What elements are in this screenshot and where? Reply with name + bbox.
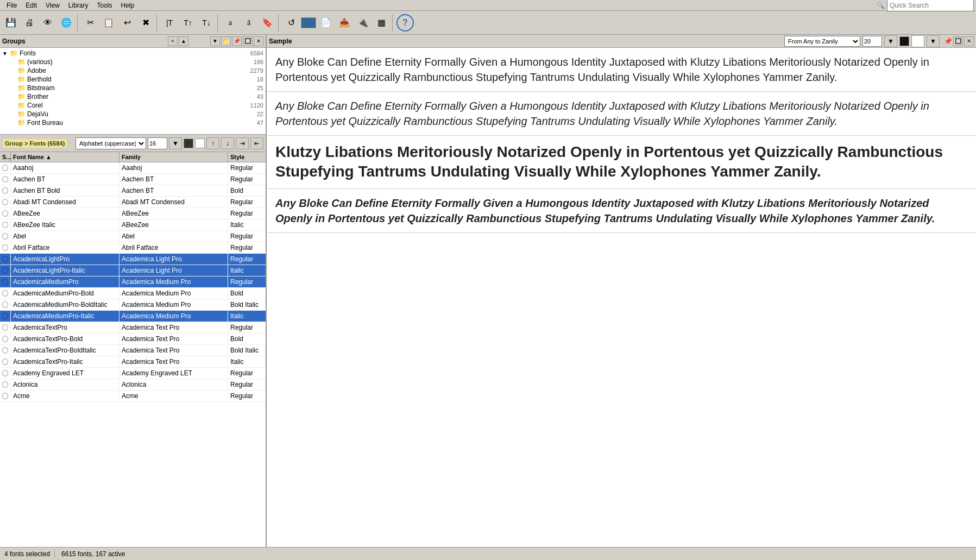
font-checkbox[interactable] (0, 219, 11, 230)
font-checkbox[interactable] (0, 311, 11, 322)
sample-bg-btn[interactable] (911, 35, 924, 47)
outdent-button[interactable]: ⇤ (250, 137, 263, 149)
save-button[interactable]: 💾 (2, 14, 20, 32)
help-button[interactable]: ? (396, 14, 414, 32)
font-row[interactable]: Aachen BT Bold Aachen BT Bold (0, 185, 266, 197)
font-checkbox[interactable] (0, 299, 11, 310)
text-down-button[interactable]: T↓ (198, 14, 215, 32)
delete-button[interactable]: ✖ (137, 14, 154, 32)
header-family[interactable]: Family (119, 152, 228, 162)
font-checkbox[interactable] (0, 197, 11, 207)
font-checkbox[interactable] (0, 322, 11, 333)
plugin-button[interactable]: 🔌 (354, 14, 371, 32)
font-checkbox[interactable] (0, 276, 11, 287)
tree-item-font-bureau[interactable]: 📁 Font Bureau 47 (1, 118, 265, 127)
font-row[interactable]: AcademicaMediumPro-BoldItalic Academica … (0, 299, 266, 311)
font-row[interactable]: Abril Fatface Abril Fatface Regular (0, 242, 266, 254)
color-swatch-button[interactable] (184, 139, 193, 148)
indent-button[interactable]: ⇥ (236, 137, 249, 149)
menu-edit[interactable]: Edit (21, 1, 41, 10)
groups-collapse-button[interactable]: ▼ (210, 36, 220, 46)
font-checkbox[interactable] (0, 242, 11, 253)
cut-button[interactable]: ✂ (81, 14, 99, 32)
font-row[interactable]: Abadi MT Condensed Abadi MT Condensed Re… (0, 197, 266, 208)
font-row[interactable]: Abel Abel Regular (0, 231, 266, 242)
export-button[interactable]: 📤 (336, 14, 353, 32)
grid-button[interactable]: ▦ (373, 14, 390, 32)
web-button[interactable]: 🌐 (58, 14, 75, 32)
groups-float-button[interactable]: 🔲 (243, 36, 253, 46)
tree-item-berthold[interactable]: 📁 Berthold 18 (1, 75, 265, 84)
sample-dropdown2[interactable]: ▼ (927, 35, 940, 47)
groups-pin-button[interactable]: 📌 (232, 36, 242, 46)
tree-item-brother[interactable]: 📁 Brother 43 (1, 92, 265, 101)
font-checkbox[interactable] (0, 185, 11, 196)
font-row[interactable]: AcademicaTextPro-BoldItalic Academica Te… (0, 345, 266, 356)
font-row[interactable]: AcademicaTextPro-Bold Academica Text Pro… (0, 334, 266, 345)
font-row[interactable]: AcademicaLightPro Academica Light Pro Re… (0, 254, 266, 265)
menu-view[interactable]: View (41, 1, 64, 10)
font-row[interactable]: AcademicaTextPro-Italic Academica Text P… (0, 356, 266, 368)
sample-text-select[interactable]: From Any to Zanily (784, 36, 860, 47)
font-row[interactable]: AcademicaTextPro Academica Text Pro Regu… (0, 322, 266, 334)
groups-close-button[interactable]: ✕ (254, 36, 263, 46)
pages-button[interactable]: 📄 (317, 14, 335, 32)
tree-item-fonts[interactable]: ▼ 📁 Fonts 6584 (1, 49, 265, 58)
groups-folder-button[interactable]: 📁 (221, 36, 231, 46)
font-row[interactable]: AcademicaMediumPro-Italic Academica Medi… (0, 311, 266, 322)
sample-color-btn[interactable] (899, 36, 909, 46)
font-checkbox[interactable] (0, 162, 11, 173)
font-row[interactable]: Academy Engraved LET Academy Engraved LE… (0, 368, 266, 379)
font-row[interactable]: Acme Acme Regular (0, 391, 266, 402)
groups-expand-button[interactable]: ▲ (179, 36, 188, 46)
tree-item-dejavu[interactable]: 📁 DejaVu 22 (1, 110, 265, 118)
menu-file[interactable]: File (2, 1, 21, 10)
text-left-button[interactable]: |T (161, 14, 178, 32)
print-button[interactable]: 🖨 (21, 14, 38, 32)
font-row[interactable]: AcademicaMediumPro Academica Medium Pro … (0, 276, 266, 288)
text-aa-button[interactable]: ā (240, 14, 257, 32)
font-row[interactable]: AcademicaMediumPro-Bold Academica Medium… (0, 288, 266, 299)
font-checkbox[interactable] (0, 288, 11, 299)
tree-item--various-[interactable]: 📁 (various) 196 (1, 58, 265, 66)
font-checkbox[interactable] (0, 356, 11, 367)
undo-button[interactable]: ↩ (118, 14, 136, 32)
sample-float-button[interactable]: 🔲 (953, 36, 963, 46)
font-row[interactable]: ABeeZee ABeeZee Regular (0, 208, 266, 219)
font-checkbox[interactable] (0, 391, 11, 401)
text-a-button[interactable]: a (222, 14, 239, 32)
header-font-name[interactable]: Font Name ▲ (11, 152, 119, 162)
bookmark-button[interactable]: 🔖 (259, 14, 276, 32)
preview-mode-select[interactable]: Alphabet (uppercase) (75, 137, 146, 149)
menu-help[interactable]: Help (117, 1, 139, 10)
header-style[interactable]: Style (228, 152, 266, 162)
sort-asc-button[interactable]: ↑ (206, 137, 219, 149)
color-button[interactable] (301, 17, 316, 28)
sample-size-input[interactable] (862, 36, 882, 47)
font-checkbox[interactable] (0, 345, 11, 356)
menu-tools[interactable]: Tools (93, 1, 117, 10)
tree-item-bitstream[interactable]: 📁 Bitstream 25 (1, 84, 265, 92)
font-row[interactable]: ABeeZee Italic ABeeZee Italic (0, 219, 266, 231)
font-checkbox[interactable] (0, 265, 11, 276)
font-row[interactable]: AcademicaLightPro-Italic Academica Light… (0, 265, 266, 276)
copy-button[interactable]: 📋 (100, 14, 117, 32)
font-row[interactable]: Aachen BT Aachen BT Regular (0, 174, 266, 185)
quick-search-input[interactable] (887, 0, 974, 11)
font-checkbox[interactable] (0, 254, 11, 265)
refresh-button[interactable]: ↺ (282, 14, 300, 32)
font-checkbox[interactable] (0, 368, 11, 379)
font-checkbox[interactable] (0, 208, 11, 219)
sample-size-dropdown[interactable]: ▼ (884, 35, 897, 47)
size-dropdown-button[interactable]: ▼ (169, 137, 182, 149)
font-checkbox[interactable] (0, 174, 11, 185)
font-row[interactable]: Aclonica Aclonica Regular (0, 379, 266, 391)
tree-item-corel[interactable]: 📁 Corel 1120 (1, 101, 265, 110)
font-row[interactable]: Aaahoj Aaahoj Regular (0, 162, 266, 174)
font-size-input[interactable] (148, 137, 167, 149)
font-checkbox[interactable] (0, 231, 11, 242)
bg-swatch-button[interactable] (195, 139, 205, 148)
tree-item-adobe[interactable]: 📁 Adobe 2279 (1, 66, 265, 75)
menu-library[interactable]: Library (64, 1, 93, 10)
font-checkbox[interactable] (0, 379, 11, 390)
